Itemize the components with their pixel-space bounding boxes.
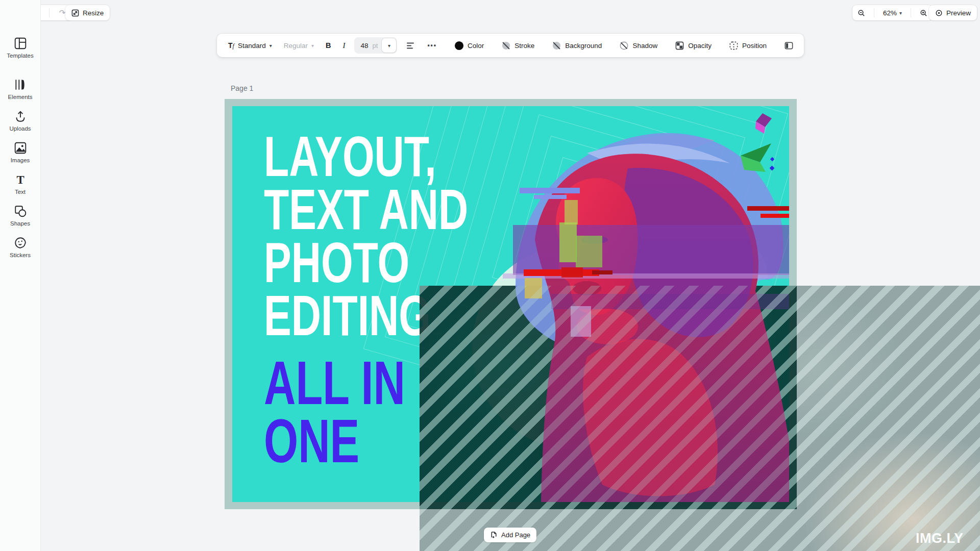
align-left-icon [406,41,415,51]
divider [911,8,911,17]
position-dashed-icon [729,41,739,51]
sidebar-item-images[interactable]: Images [0,141,41,166]
bold-icon: B [326,41,331,49]
striped-overlay-highlight [420,286,797,509]
add-page-label: Add Page [501,531,530,539]
opacity-checker-icon [675,41,684,51]
image-photo-icon [14,141,27,155]
sidebar-item-label: Elements [8,94,33,100]
svg-text:T: T [16,173,24,186]
redo-arrow-icon: ↷ [59,9,66,17]
text-inspector-toolbar: Tf Standard ▾ Regular ▾ B I 48 pt ▾ ••• … [217,34,804,57]
zoom-level-value: 62% [883,9,897,17]
toggle-side-panel-button[interactable] [781,39,797,53]
ellipsis-icon: ••• [427,42,437,49]
side-panel-icon [784,41,794,51]
text-align-button[interactable] [403,39,419,53]
bold-button[interactable]: B [323,39,334,52]
shadow-button[interactable]: Shadow [616,39,660,53]
resize-label: Resize [83,9,104,17]
stroke-button[interactable]: Stroke [498,39,537,53]
red-glitch-block [561,267,583,278]
zoom-out-icon [857,9,865,17]
background-none-icon [552,41,561,51]
zoom-controls: 62% ▾ [852,5,933,20]
text-color-button[interactable]: Color [451,39,487,53]
chevron-down-icon: ▾ [270,43,272,48]
sidebar-item-label: Images [11,157,30,163]
templates-grid-icon [14,37,27,50]
red-glitch-tail [592,270,612,274]
background-button[interactable]: Background [549,39,605,53]
sidebar-item-templates[interactable]: Templates [0,37,41,61]
resize-icon [71,9,79,17]
upload-arrow-icon [14,110,27,123]
red-glitch-bar-right [761,214,789,218]
chevron-down-icon: ▾ [311,43,314,48]
red-glitch-bar-right [747,206,789,211]
color-label: Color [468,42,484,49]
preview-label: Preview [946,9,971,17]
color-swatch-circle-icon [454,41,464,51]
font-weight-value: Regular [284,42,308,49]
design-page[interactable]: LAYOUT, TEXT AND PHOTO EDITING ALL IN ON… [225,99,797,509]
font-family-dropdown[interactable]: Tf Standard ▾ [225,39,275,52]
font-type-icon: Tf [228,41,234,50]
stroke-none-icon [501,41,511,51]
sidebar-item-elements[interactable]: Elements [0,78,41,103]
sidebar-item-label: Shapes [10,220,30,227]
chevron-down-icon: ▾ [388,43,390,48]
shadow-none-icon [619,41,629,51]
periwinkle-glitch-bar [520,188,580,193]
green-glitch-patch [565,200,578,224]
font-family-value: Standard [238,42,266,49]
more-options-button[interactable]: ••• [424,40,440,51]
italic-icon: I [343,41,346,50]
font-size-dropdown-button[interactable]: ▾ [382,38,396,53]
add-page-icon [490,531,498,539]
green-glitch-patch [559,222,577,262]
divider [49,8,50,17]
sidebar-item-text[interactable]: T Text [0,173,41,197]
preview-eye-icon [935,9,943,17]
purple-glitch-band [513,225,789,275]
preview-button[interactable]: Preview [929,5,977,20]
opacity-label: Opacity [688,42,712,49]
add-page-button[interactable]: Add Page [484,528,536,542]
elements-layers-icon [14,78,27,91]
shapes-square-circle-icon [14,205,27,218]
resize-button[interactable]: Resize [65,5,110,20]
sidebar-item-shapes[interactable]: Shapes [0,205,41,229]
blue-dot [770,166,775,171]
sidebar-item-label: Uploads [9,126,31,132]
opacity-button[interactable]: Opacity [672,39,715,53]
sidebar-item-label: Text [15,189,26,195]
position-button[interactable]: Position [726,39,770,53]
position-label: Position [742,42,767,49]
page-title-label[interactable]: Page 1 [231,84,253,92]
zoom-in-icon [920,9,927,17]
sidebar-item-label: Templates [7,53,33,59]
font-size-input[interactable]: 48 [361,42,369,49]
sidebar-item-uploads[interactable]: Uploads [0,110,41,134]
shadow-label: Shadow [632,42,657,49]
text-t-icon: T [14,173,27,186]
zoom-level-dropdown[interactable]: 62% ▾ [878,5,907,20]
green-glitch-patch [576,236,602,267]
chevron-down-icon: ▾ [899,10,902,16]
library-sidebar: Templates Elements Uploads Images T Text… [0,0,41,551]
font-size-unit: pt [373,42,378,49]
divider [874,8,874,17]
background-label: Background [565,42,602,49]
periwinkle-glitch-bar [534,195,567,199]
sticker-smiley-icon [14,236,27,249]
font-size-group: 48 pt ▾ [354,37,398,54]
stroke-label: Stroke [514,42,534,49]
sidebar-item-label: Stickers [10,252,31,258]
italic-button[interactable]: I [340,39,349,52]
sidebar-item-stickers[interactable]: Stickers [0,236,41,261]
zoom-out-button[interactable] [852,5,870,20]
font-weight-dropdown[interactable]: Regular ▾ [281,40,317,52]
imgly-watermark: IMG.LY [916,531,964,546]
blue-dot [770,157,774,161]
